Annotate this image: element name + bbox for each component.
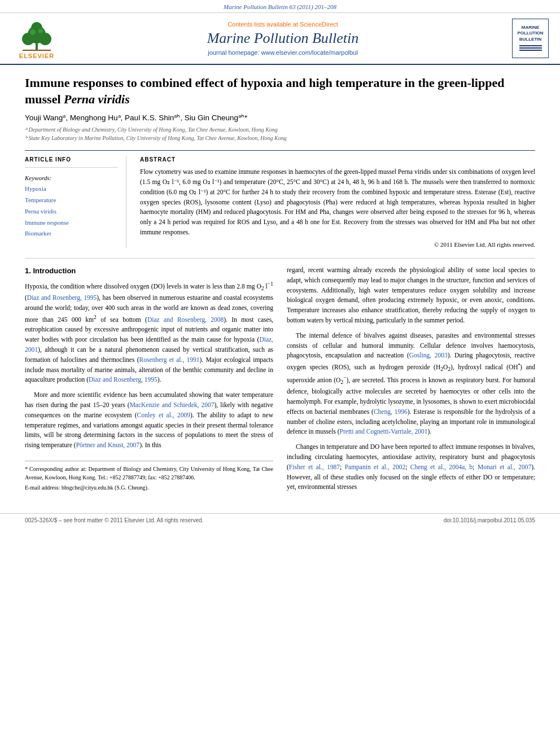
journal-title-area: Contents lists available at ScienceDirec…: [62, 21, 504, 56]
svg-rect-7: [23, 50, 51, 51]
info-divider: [25, 167, 118, 168]
keywords-label: Keywords:: [25, 174, 118, 181]
svg-rect-0: [36, 43, 38, 50]
authors-text: Youji Wangᵃ, Menghong Huᵃ, Paul K.S. Shi…: [25, 113, 247, 122]
ref-rosenberg-1991[interactable]: Rosenberg et al., 1991: [139, 356, 200, 363]
sciencedirect-link[interactable]: Contents lists available at ScienceDirec…: [62, 21, 504, 28]
affiliations: ᵃ Department of Biology and Chemistry, C…: [25, 125, 535, 142]
body-text-right: regard, recent warming already exceeds t…: [287, 265, 535, 492]
ref-fisher-1987[interactable]: Fisher et al., 1987: [289, 464, 340, 470]
svg-point-3: [39, 33, 51, 45]
logo-text: MARINEPOLLUTIONBULLETIN: [517, 25, 543, 42]
contents-label: Contents lists available at: [228, 21, 300, 28]
right-para-1: regard, recent warming already exceeds t…: [287, 265, 535, 326]
journal-logo-box: MARINEPOLLUTIONBULLETIN: [512, 19, 549, 58]
doi-text: doi:10.1016/j.marpolbul.2011.05.035: [444, 517, 535, 523]
svg-point-6: [38, 29, 43, 33]
logo-decoration: [519, 44, 542, 52]
body-columns: 1. Introduction Hypoxia, the condition w…: [25, 265, 535, 497]
keyword-1: Hypoxia: [25, 184, 118, 195]
ref-diaz-rosenberg-1995[interactable]: Diaz and Rosenberg, 1995: [89, 376, 158, 383]
body-right-col: regard, recent warming already exceeds t…: [287, 265, 535, 497]
ref-monari-2007[interactable]: Monari et al., 2007: [478, 464, 531, 470]
journal-name: Marine Pollution Bulletin: [62, 30, 504, 47]
issn-text: 0025-326X/$ – see front matter © 2011 El…: [25, 517, 203, 523]
sciencedirect-brand: ScienceDirect: [300, 21, 338, 28]
ref-cheng-1996[interactable]: Cheng, 1996: [374, 408, 408, 415]
affiliation-a: ᵃ Department of Biology and Chemistry, C…: [25, 125, 535, 134]
ref-gosling-2003[interactable]: Gosling, 2003: [409, 352, 448, 359]
abstract-heading: ABSTRACT: [140, 156, 535, 163]
body-text-left: Hypoxia, the condition where dissolved o…: [25, 280, 273, 451]
ref-diaz-2008[interactable]: Diaz and Rosenberg, 2008: [147, 316, 224, 322]
ref-pampanin-2002[interactable]: Pampanin et al., 2002: [345, 464, 405, 470]
ref-diaz-2001[interactable]: Diaz, 2001: [25, 336, 273, 353]
journal-homepage: journal homepage: www.elsevier.com/locat…: [62, 49, 504, 56]
article-info-heading: ARTICLE INFO: [25, 156, 118, 163]
elsevier-logo: ELSEVIER: [11, 18, 62, 59]
body-left-col: 1. Introduction Hypoxia, the condition w…: [25, 265, 273, 497]
footnotes: * Corresponding author at: Department of…: [25, 461, 273, 492]
article-info-col: ARTICLE INFO Keywords: Hypoxia Temperatu…: [25, 156, 126, 248]
ref-portner-2007[interactable]: Pörtner and Knust, 2007: [76, 442, 139, 448]
keyword-4: Immune response: [25, 217, 118, 229]
ref-mackenzie-2007[interactable]: MacKenzie and Schiedek, 2007: [130, 401, 215, 408]
svg-point-5: [30, 29, 36, 35]
intro-heading: 1. Introduction: [25, 265, 273, 277]
right-para-3: Changes in temperature and DO have been …: [287, 442, 535, 492]
journal-logo-right: MARINEPOLLUTIONBULLETIN: [504, 19, 549, 58]
keyword-5: Biomarker: [25, 228, 118, 239]
footnote-corresponding: * Corresponding author at: Department of…: [25, 465, 273, 482]
page: Marine Pollution Bulletin 63 (2011) 201–…: [0, 0, 560, 747]
keyword-3: Perna viridis: [25, 206, 118, 217]
affiliation-b: ᵇ State Key Laboratory in Marine Polluti…: [25, 134, 535, 142]
intro-para-1: Hypoxia, the condition where dissolved o…: [25, 280, 273, 385]
elsevier-tree-icon: [17, 18, 56, 51]
copyright: © 2011 Elsevier Ltd. All rights reserved…: [140, 241, 535, 248]
ref-diaz-1995[interactable]: Diaz and Rosenberg, 1995: [27, 294, 97, 301]
ref-conley-2009[interactable]: Conley et al., 2009: [137, 412, 190, 418]
elsevier-wordmark: ELSEVIER: [19, 53, 54, 59]
right-para-2: The internal defence of bivalves against…: [287, 331, 535, 437]
journal-ref-text: Marine Pollution Bulletin 63 (2011) 201–…: [224, 3, 336, 10]
bottom-bar: 0025-326X/$ – see front matter © 2011 El…: [0, 513, 560, 527]
abstract-text: Flow cytometry was used to examine immun…: [140, 167, 535, 238]
abstract-col: ABSTRACT Flow cytometry was used to exam…: [140, 156, 535, 248]
intro-para-2: More and more scientific evidence has be…: [25, 390, 273, 451]
ref-pretti-2001[interactable]: Pretti and Cognetti-Varriale, 2001: [340, 428, 428, 435]
article-content: Immune responses to combined effect of h…: [0, 65, 560, 508]
body-divider: [25, 258, 535, 259]
ref-cheng-2004[interactable]: Cheng et al., 2004a, b: [410, 464, 473, 470]
footnote-email: E-mail address: bhsgche@cityu.edu.hk (S.…: [25, 483, 273, 492]
authors: Youji Wangᵃ, Menghong Huᵃ, Paul K.S. Shi…: [25, 113, 535, 122]
article-title: Immune responses to combined effect of h…: [25, 75, 535, 107]
keywords-list: Hypoxia Temperature Perna viridis Immune…: [25, 184, 118, 239]
journal-header: ELSEVIER Contents lists available at Sci…: [0, 13, 560, 65]
keyword-2: Temperature: [25, 195, 118, 206]
article-info-abstract: ARTICLE INFO Keywords: Hypoxia Temperatu…: [25, 150, 535, 248]
article-title-italic: Perna viridis: [64, 92, 130, 106]
journal-reference-bar: Marine Pollution Bulletin 63 (2011) 201–…: [0, 0, 560, 13]
